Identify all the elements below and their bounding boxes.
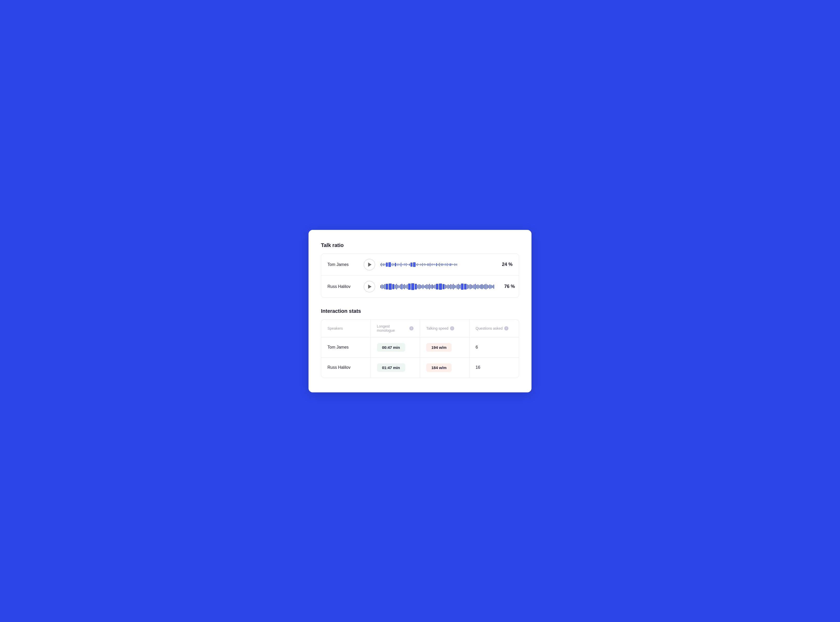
talk-ratio-container: Tom James [321, 253, 519, 298]
questions-value-tom: 6 [476, 345, 478, 350]
info-icon-speed: i [450, 326, 454, 331]
interaction-stats-title: Interaction stats [321, 308, 519, 314]
stats-table: Speakers Longest monologue i Talking spe… [321, 319, 519, 378]
stats-row-tom: Tom James 00:47 min 194 w/m 6 [321, 337, 519, 358]
monologue-badge-russ: 01:47 min [377, 363, 405, 372]
stats-speed-tom: 194 w/m [420, 337, 469, 357]
percentage-russ: 76 % [499, 284, 515, 289]
speed-badge-russ: 184 w/m [426, 363, 452, 372]
waveform-russ [380, 282, 494, 291]
monologue-badge-tom: 00:47 min [377, 343, 405, 352]
header-longest-monologue: Longest monologue i [371, 320, 420, 337]
questions-value-russ: 16 [476, 365, 480, 370]
stats-monologue-russ: 01:47 min [371, 358, 420, 378]
header-speakers: Speakers [321, 320, 371, 337]
header-talking-speed: Talking speed i [420, 320, 469, 337]
speed-badge-tom: 194 w/m [426, 343, 452, 352]
percentage-tom: 24 % [497, 262, 513, 267]
header-questions-asked: Questions asked i [469, 320, 519, 337]
speaker-name-russ: Russ Halilov [327, 284, 359, 289]
info-icon-monologue: i [409, 326, 414, 331]
stats-speed-russ: 184 w/m [420, 358, 469, 378]
talk-ratio-row-russ: Russ Halilov [321, 276, 519, 297]
speaker-name-tom: Tom James [327, 262, 359, 267]
info-icon-questions: i [504, 326, 509, 331]
talk-ratio-title: Talk ratio [321, 242, 519, 248]
talk-ratio-row-tom: Tom James [321, 254, 519, 276]
stats-questions-tom: 6 [469, 337, 519, 357]
stats-header-row: Speakers Longest monologue i Talking spe… [321, 320, 519, 337]
stats-speaker-russ: Russ Halilov [321, 358, 371, 378]
stats-row-russ: Russ Halilov 01:47 min 184 w/m 16 [321, 358, 519, 378]
play-button-russ[interactable] [364, 281, 375, 292]
waveform-tom [380, 261, 492, 269]
stats-monologue-tom: 00:47 min [371, 337, 420, 357]
main-card: Talk ratio Tom James [309, 230, 531, 392]
stats-questions-russ: 16 [469, 358, 519, 378]
play-button-tom[interactable] [364, 259, 375, 270]
play-icon-russ [368, 285, 371, 289]
play-icon-tom [368, 262, 371, 267]
stats-speaker-tom: Tom James [321, 337, 371, 357]
